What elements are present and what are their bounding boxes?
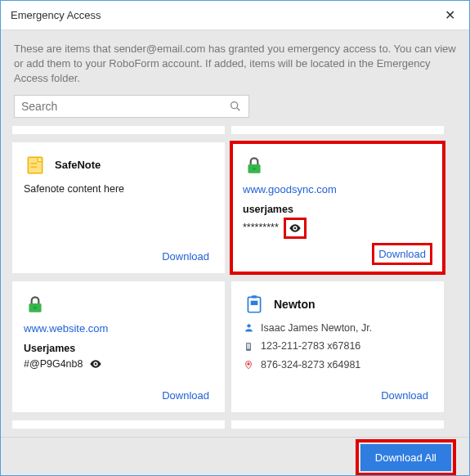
card-goodsync: www.goodsync.com userjames ********* Dow… — [231, 142, 444, 273]
download-link[interactable]: Download — [158, 248, 213, 265]
svg-line-1 — [237, 108, 239, 110]
safenote-title: SafeNote — [55, 159, 101, 171]
download-link[interactable]: Download — [158, 387, 213, 404]
login-url[interactable]: www.website.com — [24, 321, 213, 337]
titlebar: Emergency Access ✕ — [1, 1, 469, 30]
download-link[interactable]: Download — [372, 243, 432, 265]
svg-rect-12 — [252, 295, 257, 298]
login-username: userjames — [243, 202, 432, 218]
lock-icon — [24, 293, 47, 316]
card-stub — [231, 420, 444, 429]
reveal-password-icon[interactable] — [284, 218, 307, 239]
svg-point-0 — [231, 101, 238, 108]
download-link[interactable]: Download — [377, 387, 432, 404]
contact-name: Isaac James Newton, Jr. — [261, 321, 372, 336]
person-icon — [243, 322, 254, 333]
card-stub — [12, 126, 225, 134]
items-grid: SafeNote Safenote content here Download … — [1, 126, 469, 437]
close-button[interactable]: ✕ — [435, 3, 464, 28]
window-title: Emergency Access — [11, 9, 101, 21]
safenote-icon — [24, 154, 47, 177]
svg-point-9 — [34, 306, 36, 308]
search-box[interactable] — [14, 95, 249, 118]
contact-icon — [243, 293, 266, 316]
login-url[interactable]: www.goodsync.com — [243, 182, 432, 198]
close-icon: ✕ — [445, 7, 455, 23]
desc-pre: These are items that — [14, 43, 114, 55]
card-stub — [231, 126, 444, 134]
safenote-content: Safenote content here — [24, 182, 213, 248]
svg-rect-16 — [247, 344, 250, 349]
download-all-button[interactable]: Download All — [360, 444, 451, 471]
login-password-masked: ********* — [243, 220, 279, 236]
card-stub — [12, 420, 225, 429]
svg-point-7 — [293, 227, 296, 229]
svg-point-14 — [247, 325, 250, 328]
description-text: These are items that sender@email.com ha… — [1, 30, 469, 95]
sender-email: sender@email.com — [114, 43, 205, 55]
svg-point-17 — [248, 363, 250, 366]
login-password: #@P9G4nb8 — [24, 357, 83, 372]
svg-point-6 — [253, 167, 255, 169]
login-username: Userjames — [24, 341, 213, 357]
footer: Download All — [1, 437, 469, 476]
download-all-highlight: Download All — [356, 439, 456, 476]
lock-icon — [243, 154, 266, 177]
contact-title: Newton — [274, 298, 316, 311]
reveal-password-icon[interactable] — [87, 357, 104, 371]
phone-icon — [243, 341, 254, 353]
location-icon — [243, 359, 254, 370]
contact-phone1: 123-211-2783 x67816 — [261, 339, 360, 354]
card-newton: Newton Isaac James Newton, Jr. 123-211-2… — [231, 281, 444, 412]
search-icon — [229, 100, 242, 113]
svg-rect-13 — [251, 300, 258, 304]
svg-point-10 — [95, 363, 97, 366]
card-website: www.website.com Userjames #@P9G4nb8 Down… — [12, 281, 225, 412]
card-safenote: SafeNote Safenote content here Download — [12, 142, 225, 273]
search-input[interactable] — [21, 100, 229, 113]
contact-phone2: 876-324-8273 x64981 — [261, 357, 360, 373]
